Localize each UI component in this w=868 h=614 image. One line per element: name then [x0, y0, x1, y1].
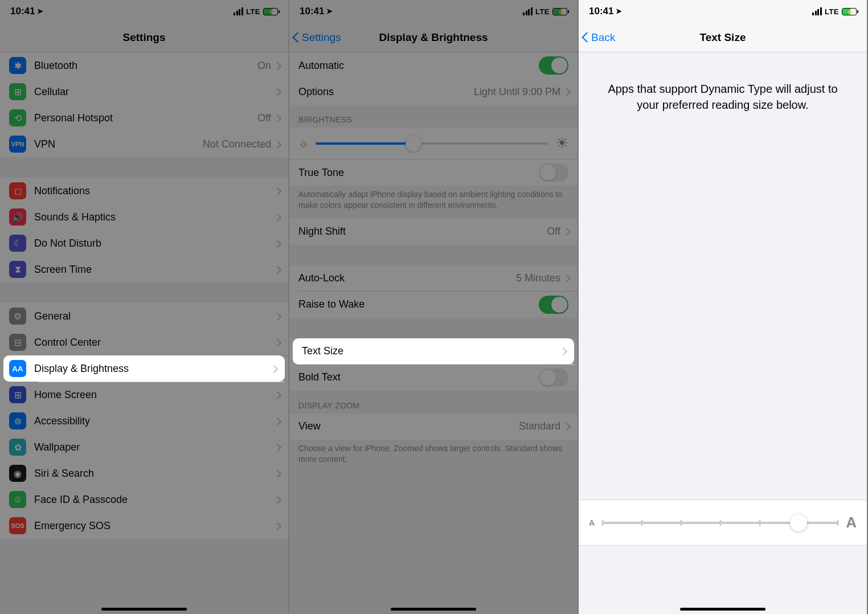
row-bluetooth[interactable]: ✱ Bluetooth On: [0, 52, 288, 79]
battery-icon: ⚡: [552, 8, 567, 15]
chevron-right-icon: [275, 339, 279, 346]
page-title: Text Size: [700, 31, 746, 44]
row-accessibility[interactable]: ⊛ Accessibility: [0, 408, 288, 434]
wallpaper-icon: ✿: [9, 439, 26, 456]
row-dnd[interactable]: ☾ Do Not Disturb: [0, 230, 288, 256]
home-indicator[interactable]: [680, 608, 765, 611]
chevron-right-icon: [275, 187, 279, 195]
chevron-right-icon: [275, 240, 279, 247]
row-night-shift[interactable]: Night Shift Off: [289, 219, 578, 245]
sun-small-icon: ☼: [298, 137, 309, 150]
row-emergency-sos[interactable]: SOS Emergency SOS: [0, 513, 288, 539]
row-truetone[interactable]: True Tone: [289, 159, 578, 186]
screentime-icon: ⧗: [9, 261, 26, 278]
row-screentime[interactable]: ⧗ Screen Time: [0, 256, 288, 283]
row-siri[interactable]: ◉ Siri & Search: [0, 460, 288, 486]
chevron-right-icon: [275, 214, 279, 221]
row-hotspot[interactable]: ⟲ Personal Hotspot Off: [0, 105, 288, 131]
chevron-right-icon: [275, 62, 279, 69]
screen-text-size: 10:41 ➤ LTE ⚡ Back Text Size Apps that s…: [579, 0, 868, 614]
chevron-right-icon: [275, 88, 279, 96]
row-display-brightness[interactable]: AA Display & Brightness: [3, 355, 285, 382]
row-wallpaper[interactable]: ✿ Wallpaper: [0, 434, 288, 460]
hotspot-icon: ⟲: [9, 109, 26, 126]
chevron-right-icon: [564, 275, 568, 282]
display-zoom-header: DISPLAY ZOOM: [289, 391, 578, 414]
display-icon: AA: [9, 360, 26, 377]
brightness-slider[interactable]: [316, 142, 548, 145]
chevron-left-icon: [583, 32, 590, 43]
chevron-right-icon: [275, 114, 279, 122]
siri-icon: ◉: [9, 465, 26, 482]
status-time: 10:41: [300, 6, 324, 17]
raise-toggle[interactable]: [539, 296, 568, 314]
accessibility-icon: ⊛: [9, 412, 26, 429]
truetone-toggle[interactable]: [539, 163, 568, 182]
chevron-right-icon: [275, 313, 279, 320]
cellular-icon: ⊞: [9, 83, 26, 100]
back-button[interactable]: Back: [583, 31, 615, 44]
vpn-icon: VPN: [9, 136, 26, 153]
row-faceid[interactable]: ☺ Face ID & Passcode: [0, 486, 288, 513]
row-text-size[interactable]: Text Size: [293, 338, 574, 365]
page-title: Settings: [123, 31, 166, 44]
general-icon: ⚙: [9, 308, 26, 325]
faceid-icon: ☺: [9, 491, 26, 508]
settings-list[interactable]: ✱ Bluetooth On ⊞ Cellular ⟲ Personal Hot…: [0, 52, 288, 614]
nav-bar: Settings: [0, 23, 288, 52]
text-size-slider[interactable]: [603, 522, 838, 524]
network-label: LTE: [535, 7, 550, 16]
sos-icon: SOS: [9, 517, 26, 534]
chevron-right-icon: [564, 423, 568, 430]
status-time: 10:41: [10, 6, 35, 17]
status-time: 10:41: [589, 6, 613, 17]
row-automatic[interactable]: Automatic: [289, 52, 578, 79]
automatic-toggle[interactable]: [539, 56, 568, 75]
row-control-center[interactable]: ⊟ Control Center: [0, 329, 288, 355]
network-label: LTE: [825, 7, 839, 16]
location-icon: ➤: [326, 7, 333, 15]
brightness-header: BRIGHTNESS: [289, 105, 578, 128]
row-raise-to-wake[interactable]: Raise to Wake: [289, 292, 578, 318]
back-button[interactable]: Settings: [294, 31, 341, 44]
row-notifications[interactable]: ◻ Notifications: [0, 178, 288, 204]
row-sounds[interactable]: 🔊 Sounds & Haptics: [0, 204, 288, 230]
status-bar: 10:41 ➤ LTE ⚡: [579, 0, 867, 23]
truetone-footer: Automatically adapt iPhone display based…: [289, 186, 578, 219]
dnd-icon: ☾: [9, 235, 26, 252]
bold-text-toggle[interactable]: [539, 369, 568, 387]
chevron-right-icon: [275, 141, 279, 148]
battery-icon: ⚡: [263, 8, 278, 15]
nav-bar: Settings Display & Brightness: [289, 23, 578, 52]
sounds-icon: 🔊: [9, 208, 26, 226]
home-indicator[interactable]: [101, 608, 187, 611]
row-auto-lock[interactable]: Auto-Lock 5 Minutes: [289, 265, 578, 292]
row-view[interactable]: View Standard: [289, 414, 578, 440]
home-screen-icon: ⊞: [9, 386, 26, 403]
chevron-right-icon: [564, 228, 568, 235]
row-bold-text[interactable]: Bold Text: [289, 365, 578, 391]
row-general[interactable]: ⚙ General: [0, 303, 288, 329]
chevron-left-icon: [294, 32, 301, 43]
signal-icon: [523, 7, 533, 15]
row-home-screen[interactable]: ⊞ Home Screen: [0, 382, 288, 408]
chevron-right-icon: [275, 391, 279, 399]
page-title: Display & Brightness: [379, 31, 488, 44]
network-label: LTE: [246, 7, 260, 16]
control-center-icon: ⊟: [9, 334, 26, 351]
display-settings-list[interactable]: Automatic Options Light Until 9:00 PM BR…: [289, 52, 578, 614]
home-indicator[interactable]: [391, 608, 476, 611]
brightness-slider-row: ☼ ☀: [289, 128, 578, 159]
chevron-right-icon: [564, 88, 568, 96]
chevron-right-icon: [275, 444, 279, 451]
notifications-icon: ◻: [9, 182, 26, 199]
screen-display-brightness: 10:41 ➤ LTE ⚡ Settings Display & Brightn…: [289, 0, 579, 614]
display-zoom-footer: Choose a view for iPhone. Zoomed shows l…: [289, 440, 578, 473]
row-vpn[interactable]: VPN VPN Not Connected: [0, 131, 288, 157]
screen-settings: 10:41 ➤ LTE ⚡ Settings ✱ Bluetooth On ⊞ …: [0, 0, 289, 614]
row-cellular[interactable]: ⊞ Cellular: [0, 79, 288, 105]
row-options[interactable]: Options Light Until 9:00 PM: [289, 79, 578, 105]
chevron-right-icon: [275, 496, 279, 504]
chevron-right-icon: [271, 365, 276, 373]
location-icon: ➤: [37, 7, 43, 15]
